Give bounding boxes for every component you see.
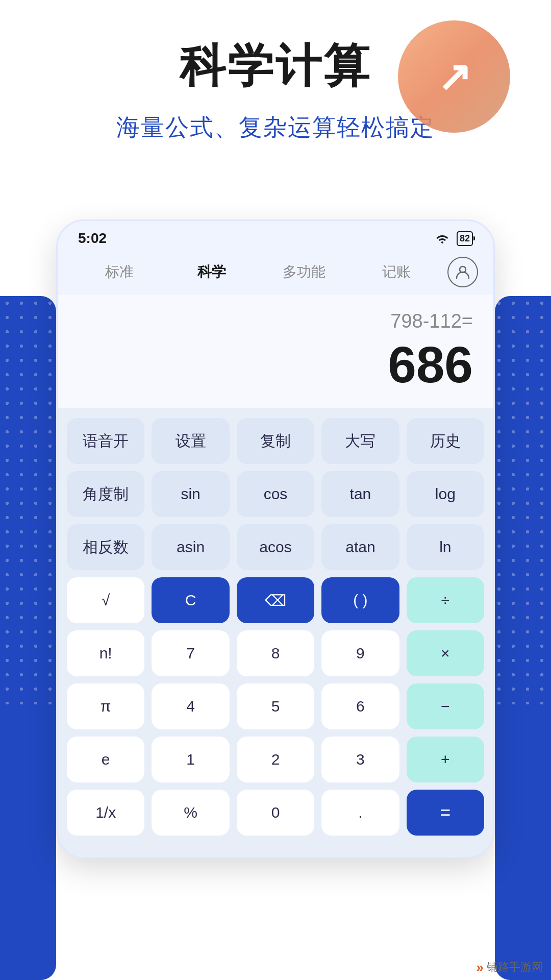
- key-row-1: 角度制sincostanlog: [67, 471, 484, 517]
- tab-multifunction[interactable]: 多功能: [258, 257, 350, 287]
- key-5[interactable]: 5: [237, 683, 314, 729]
- tab-science[interactable]: 科学: [165, 257, 258, 287]
- key--[interactable]: π: [67, 683, 144, 729]
- key-row-4: n!789×: [67, 630, 484, 676]
- expression: 798-112=: [78, 310, 473, 332]
- key-8[interactable]: 8: [237, 630, 314, 676]
- keyboard: 语音开设置复制大写历史角度制sincostanlog相反数asinacosata…: [58, 408, 493, 857]
- key-c[interactable]: C: [152, 577, 229, 623]
- key--[interactable]: ×: [407, 630, 484, 676]
- key-2[interactable]: 2: [237, 737, 314, 782]
- key-1-x[interactable]: 1/x: [67, 790, 144, 836]
- header-area: 科学计算 海量公式、复杂运算轻松搞定: [0, 0, 551, 143]
- key--[interactable]: ÷: [407, 577, 484, 623]
- key-cos[interactable]: cos: [237, 471, 314, 517]
- watermark: » 铺路手游网: [439, 954, 551, 980]
- key---[interactable]: 大写: [321, 418, 399, 464]
- key-sin[interactable]: sin: [152, 471, 229, 517]
- key-row-5: π456−: [67, 683, 484, 729]
- key-atan[interactable]: atan: [321, 524, 399, 570]
- key-1[interactable]: 1: [152, 737, 229, 782]
- key-acos[interactable]: acos: [237, 524, 314, 570]
- key-n-[interactable]: n!: [67, 630, 144, 676]
- battery-indicator: 82: [457, 231, 473, 246]
- key--[interactable]: ⌫: [237, 577, 314, 623]
- key---[interactable]: 历史: [407, 418, 484, 464]
- key-row-6: e123+: [67, 737, 484, 782]
- key---[interactable]: 复制: [237, 418, 314, 464]
- key-0[interactable]: 0: [237, 790, 314, 836]
- status-time: 5:02: [78, 230, 107, 247]
- key--[interactable]: −: [407, 683, 484, 729]
- key--[interactable]: +: [407, 737, 484, 782]
- key--[interactable]: .: [321, 790, 399, 836]
- nav-tabs: 标准 科学 多功能 记账: [58, 252, 493, 295]
- key-tan[interactable]: tan: [321, 471, 399, 517]
- key-7[interactable]: 7: [152, 630, 229, 676]
- key--[interactable]: %: [152, 790, 229, 836]
- key--[interactable]: =: [407, 790, 484, 836]
- tab-accounting[interactable]: 记账: [350, 257, 442, 287]
- status-icons: 82: [434, 231, 473, 246]
- hand-decoration: [398, 20, 510, 133]
- key-row-2: 相反数asinacosatanln: [67, 524, 484, 570]
- key-e[interactable]: e: [67, 737, 144, 782]
- key----[interactable]: 相反数: [67, 524, 144, 570]
- key----[interactable]: 角度制: [67, 471, 144, 517]
- key---[interactable]: 设置: [152, 418, 229, 464]
- profile-button[interactable]: [447, 257, 478, 287]
- key-asin[interactable]: asin: [152, 524, 229, 570]
- tab-standard[interactable]: 标准: [73, 257, 165, 287]
- phone-mockup: 5:02 82 标准 科学 多功能 记账 798-112= 686: [56, 219, 495, 859]
- watermark-arrow: »: [477, 960, 484, 975]
- watermark-text: 铺路手游网: [487, 960, 543, 975]
- wifi-icon: [434, 232, 450, 244]
- key-ln[interactable]: ln: [407, 524, 484, 570]
- display-area: 798-112= 686: [58, 295, 493, 408]
- key-3[interactable]: 3: [321, 737, 399, 782]
- key-row-7: 1/x%0.=: [67, 790, 484, 836]
- user-icon: [455, 264, 471, 280]
- key-9[interactable]: 9: [321, 630, 399, 676]
- key-row-3: √C⌫( )÷: [67, 577, 484, 623]
- result: 686: [78, 336, 473, 393]
- key----[interactable]: 语音开: [67, 418, 144, 464]
- key-row-0: 语音开设置复制大写历史: [67, 418, 484, 464]
- key--[interactable]: √: [67, 577, 144, 623]
- key-log[interactable]: log: [407, 471, 484, 517]
- key----[interactable]: ( ): [321, 577, 399, 623]
- status-bar: 5:02 82: [58, 221, 493, 252]
- key-4[interactable]: 4: [152, 683, 229, 729]
- key-6[interactable]: 6: [321, 683, 399, 729]
